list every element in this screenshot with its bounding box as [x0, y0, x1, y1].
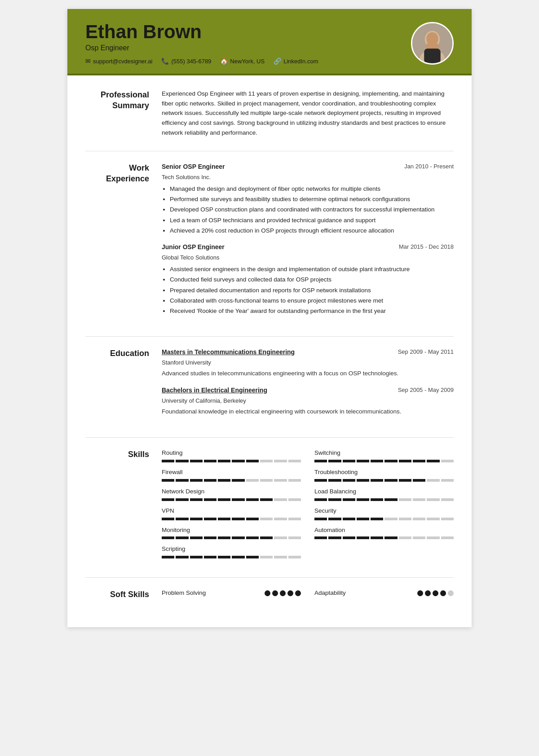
- soft-skills-label: Soft Skills: [85, 589, 162, 600]
- skill-name: Troubleshooting: [314, 468, 454, 477]
- skill-segment: [328, 479, 341, 482]
- job-header: Junior OSP EngineerMar 2015 - Dec 2018: [162, 242, 454, 252]
- skill-segment: [314, 536, 327, 539]
- phone-icon: 📞: [161, 57, 169, 65]
- edu-school: University of California, Berkeley: [162, 396, 454, 405]
- skill-bar: [314, 479, 454, 482]
- skills-grid: RoutingSwitchingFirewallTroubleshootingN…: [162, 448, 454, 564]
- job-header: Senior OSP EngineerJan 2010 - Present: [162, 162, 454, 172]
- edu-header: Bachelors in Electrical EngineeringSep 2…: [162, 386, 454, 396]
- skill-segment: [190, 556, 203, 558]
- soft-skill-item: Problem Solving: [162, 589, 301, 598]
- dot: [417, 590, 423, 596]
- job-title: Junior OSP Engineer: [162, 242, 225, 252]
- skill-segment: [441, 536, 454, 539]
- skill-segment: [232, 460, 244, 462]
- skill-item: Scripting: [162, 545, 301, 558]
- location-text: NewYork, US: [230, 58, 265, 65]
- skill-segment: [204, 460, 216, 462]
- skill-segment: [260, 479, 273, 482]
- work-section: Work Experience Senior OSP EngineerJan 2…: [85, 162, 454, 323]
- skill-segment: [246, 460, 259, 462]
- skill-segment: [343, 536, 355, 539]
- skill-segment: [176, 479, 188, 482]
- dot: [272, 590, 278, 596]
- skill-bar: [314, 460, 454, 462]
- skill-segment: [413, 460, 425, 462]
- skill-segment: [328, 460, 341, 462]
- skill-item: Switching: [314, 448, 454, 462]
- skill-segment: [399, 536, 411, 539]
- skill-segment: [232, 536, 244, 539]
- skill-segment: [413, 518, 425, 520]
- skill-segment: [288, 536, 301, 539]
- job-entry: Senior OSP EngineerJan 2010 - PresentTec…: [162, 162, 454, 235]
- skill-name: Automation: [314, 526, 454, 535]
- skill-segment: [384, 518, 397, 520]
- skill-bar: [162, 460, 301, 462]
- photo-placeholder: [412, 23, 452, 63]
- job-company: Tech Solutions Inc.: [162, 173, 454, 182]
- education-section: Education Masters in Telecommunications …: [85, 347, 454, 424]
- soft-skill-item: Adaptability: [314, 589, 454, 598]
- skill-segment: [399, 518, 411, 520]
- skill-segment: [427, 518, 439, 520]
- skill-item: VPN: [162, 506, 301, 520]
- skill-segment: [218, 479, 230, 482]
- skill-segment: [371, 518, 383, 520]
- skill-segment: [314, 479, 327, 482]
- skill-segment: [190, 460, 203, 462]
- header-section: Ethan Brown Osp Engineer ✉ support@cvdes…: [67, 9, 472, 74]
- skill-segment: [246, 498, 259, 501]
- job-date: Jan 2010 - Present: [404, 162, 454, 171]
- skill-segment: [357, 498, 369, 501]
- edu-desc: Foundational knowledge in electrical eng…: [162, 407, 454, 417]
- skill-segment: [176, 498, 188, 501]
- linkedin-text: LinkedIn.com: [283, 58, 318, 65]
- job-bullet: Led a team of OSP technicians and provid…: [170, 216, 454, 225]
- skill-segment: [274, 556, 287, 558]
- skill-segment: [288, 479, 301, 482]
- skill-segment: [328, 518, 341, 520]
- skill-segment: [343, 498, 355, 501]
- skill-bar: [162, 498, 301, 501]
- skill-segment: [246, 479, 259, 482]
- candidate-title: Osp Engineer: [85, 44, 318, 52]
- skill-segment: [162, 556, 174, 558]
- dot: [287, 590, 293, 596]
- skill-segment: [190, 498, 203, 501]
- skill-segment: [218, 460, 230, 462]
- skill-segment: [274, 479, 287, 482]
- linkedin-contact: 🔗 LinkedIn.com: [274, 57, 318, 65]
- skill-segment: [204, 536, 216, 539]
- divider-3: [85, 437, 454, 438]
- skill-bar: [314, 536, 454, 539]
- skill-segment: [314, 498, 327, 501]
- job-date: Mar 2015 - Dec 2018: [399, 242, 454, 251]
- email-contact: ✉ support@cvdesigner.ai: [85, 57, 152, 65]
- dot: [295, 590, 301, 596]
- soft-skill-dots: [417, 590, 454, 596]
- skill-name: Load Balancing: [314, 487, 454, 497]
- soft-skill-name: Adaptability: [314, 589, 346, 598]
- skill-segment: [260, 556, 273, 558]
- skill-segment: [260, 518, 273, 520]
- skill-segment: [357, 536, 369, 539]
- skill-segment: [218, 556, 230, 558]
- job-bullets: Assisted senior engineers in the design …: [162, 265, 454, 316]
- job-bullet: Achieved a 20% cost reduction in OSP pro…: [170, 226, 454, 235]
- skill-segment: [176, 536, 188, 539]
- skill-item: Network Design: [162, 487, 301, 501]
- skill-segment: [371, 536, 383, 539]
- skill-segment: [218, 498, 230, 501]
- job-bullet: Received 'Rookie of the Year' award for …: [170, 307, 454, 316]
- dot: [265, 590, 270, 596]
- skill-name: Network Design: [162, 487, 301, 497]
- skill-name: Firewall: [162, 468, 301, 477]
- edu-entry: Bachelors in Electrical EngineeringSep 2…: [162, 386, 454, 417]
- education-label: Education: [85, 347, 162, 424]
- edu-school: Stanford University: [162, 358, 454, 367]
- skill-segment: [343, 479, 355, 482]
- skill-segment: [274, 460, 287, 462]
- edu-entry: Masters in Telecommunications Engineerin…: [162, 347, 454, 378]
